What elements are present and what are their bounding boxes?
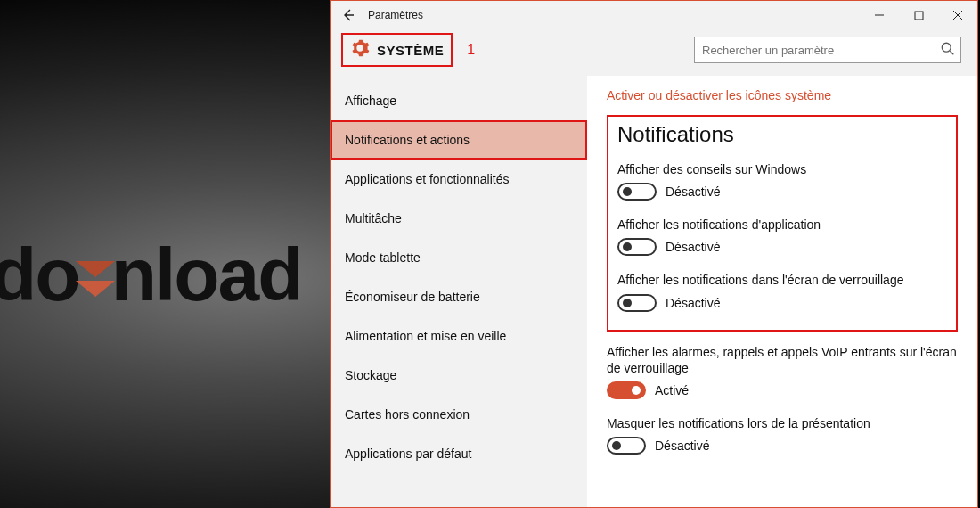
system-heading: SYSTÈME — [341, 33, 453, 67]
toggle-label: Afficher les notifications dans l'écran … — [617, 272, 947, 288]
maximize-icon — [914, 11, 924, 20]
toggle-state: Désactivé — [666, 184, 720, 199]
toggle-alarms-voip: Afficher les alarmes, rappels et appels … — [607, 344, 958, 399]
search-input[interactable] — [694, 37, 961, 63]
back-button[interactable] — [336, 3, 361, 28]
sidebar-item-default-apps[interactable]: Applications par défaut — [331, 434, 587, 473]
toggle-hide-presentation: Masquer les notifications lors de la pré… — [607, 415, 958, 455]
content-pane: 3 Activer ou désactiver les icônes systè… — [587, 76, 977, 507]
sidebar-item-label: Affichage — [345, 94, 396, 108]
sidebar-item-label: Applications et fonctionnalités — [345, 172, 509, 186]
search-container — [694, 37, 961, 63]
titlebar: Paramètres — [331, 1, 977, 29]
search-icon — [940, 41, 956, 61]
gear-icon — [350, 38, 370, 61]
section-name: SYSTÈME — [377, 43, 444, 58]
toggle-switch-alarms[interactable] — [607, 381, 646, 399]
header: SYSTÈME 1 — [331, 29, 977, 76]
toggle-label: Afficher des conseils sur Windows — [617, 161, 947, 177]
toggle-switch-presentation[interactable] — [607, 437, 646, 455]
sidebar-item-label: Économiseur de batterie — [345, 290, 480, 304]
toggle-state: Activé — [655, 383, 689, 397]
sidebar-item-label: Alimentation et mise en veille — [345, 329, 506, 343]
bg-text-left: do — [0, 232, 79, 318]
sidebar-item-storage[interactable]: Stockage — [331, 356, 587, 395]
toggle-state: Désactivé — [666, 296, 720, 310]
back-arrow-icon — [341, 8, 355, 22]
window-controls — [860, 1, 977, 29]
minimize-icon — [874, 10, 885, 20]
sidebar-item-offline-maps[interactable]: Cartes hors connexion — [331, 395, 587, 434]
sidebar: Affichage Notifications et actions 2 App… — [331, 76, 587, 507]
sidebar-item-tablet-mode[interactable]: Mode tablette — [331, 238, 587, 277]
toggle-switch-tips[interactable] — [617, 183, 657, 201]
sidebar-item-label: Stockage — [345, 368, 396, 382]
system-icons-link[interactable]: Activer ou désactiver les icônes système — [607, 88, 958, 102]
settings-window: Paramètres SYSTÈME 1 — [330, 0, 978, 508]
sidebar-item-power-sleep[interactable]: Alimentation et mise en veille — [331, 316, 587, 356]
sidebar-item-multitasking[interactable]: Multitâche — [331, 199, 587, 238]
sidebar-item-display[interactable]: Affichage — [331, 81, 587, 120]
notifications-heading: Notifications — [617, 122, 947, 147]
highlighted-group: Notifications Afficher des conseils sur … — [607, 115, 958, 332]
bg-text-right: nload — [111, 232, 302, 318]
toggle-label: Afficher les notifications d'application — [617, 217, 947, 233]
maximize-button[interactable] — [899, 1, 938, 29]
toggle-tips: Afficher des conseils sur Windows Désact… — [617, 161, 947, 201]
body: Affichage Notifications et actions 2 App… — [331, 76, 977, 507]
download-chevrons-icon — [76, 261, 115, 300]
background-watermark: do nload — [0, 232, 302, 318]
window-title: Paramètres — [368, 9, 423, 21]
sidebar-item-label: Cartes hors connexion — [345, 407, 470, 422]
close-button[interactable] — [938, 1, 977, 29]
sidebar-item-label: Mode tablette — [345, 250, 421, 265]
svg-rect-0 — [915, 12, 923, 20]
toggle-switch-lockscreen[interactable] — [617, 294, 657, 312]
toggle-lockscreen-notifications: Afficher les notifications dans l'écran … — [617, 272, 947, 311]
sidebar-item-label: Notifications et actions — [345, 133, 470, 147]
sidebar-item-apps-features[interactable]: Applications et fonctionnalités — [331, 160, 587, 199]
toggle-switch-app-notifications[interactable] — [617, 238, 657, 256]
sidebar-item-label: Applications par défaut — [345, 447, 471, 461]
close-icon — [952, 10, 963, 20]
toggle-app-notifications: Afficher les notifications d'application… — [617, 217, 947, 256]
toggle-label: Afficher les alarmes, rappels et appels … — [607, 344, 958, 376]
toggle-label: Masquer les notifications lors de la pré… — [607, 415, 958, 431]
sidebar-item-battery-saver[interactable]: Économiseur de batterie — [331, 277, 587, 316]
sidebar-item-label: Multitâche — [345, 211, 402, 225]
annotation-step-1: 1 — [467, 42, 475, 58]
svg-point-1 — [942, 43, 951, 52]
minimize-button[interactable] — [860, 1, 899, 29]
toggle-state: Désactivé — [655, 438, 709, 453]
sidebar-item-notifications[interactable]: Notifications et actions 2 — [331, 120, 587, 160]
toggle-state: Désactivé — [666, 240, 720, 254]
